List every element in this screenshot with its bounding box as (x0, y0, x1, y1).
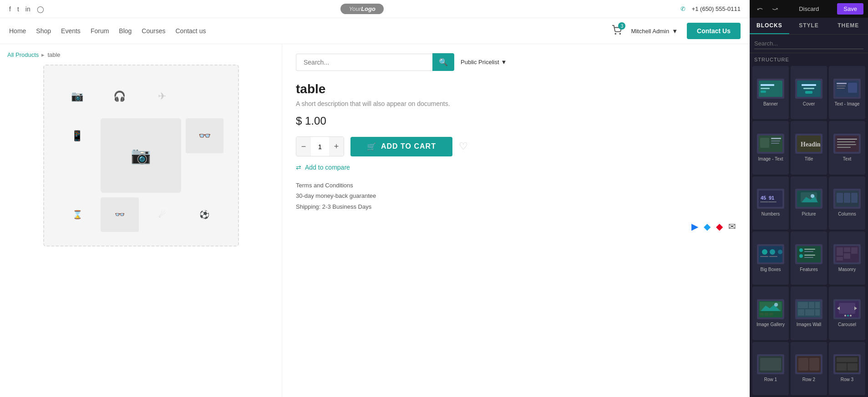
block-item-image-text[interactable]: Image - Text (752, 121, 789, 174)
nav-links: Home Shop Events Forum Blog Courses Cont… (9, 27, 603, 35)
share-pinterest-icon[interactable]: ◆ (716, 221, 723, 232)
tab-blocks[interactable]: BLOCKS (750, 18, 789, 34)
placeholder-image-icon: 📷 (101, 118, 181, 192)
block-item-features[interactable]: Features (791, 231, 827, 285)
discard-button[interactable]: Discard (795, 4, 822, 14)
block-thumb-image-text (757, 134, 784, 154)
breadcrumb-root[interactable]: All Products (7, 51, 39, 58)
nav-shop[interactable]: Shop (36, 27, 51, 35)
svg-rect-7 (802, 84, 816, 86)
pricelist-dropdown[interactable]: Public Pricelist ▼ (461, 59, 507, 65)
block-thumb-banner (757, 79, 784, 99)
block-item-picture[interactable]: Picture (791, 176, 827, 230)
block-item-masonry[interactable]: Masonry (829, 231, 865, 285)
add-to-cart-button[interactable]: 🛒 ADD TO CART (350, 137, 452, 156)
breadcrumb-current: table (47, 51, 60, 58)
terms-box: Terms and Conditions 30-day money-back g… (296, 180, 736, 212)
cart-area[interactable]: 3 (612, 25, 622, 37)
blocks-topbar-left: ⤺ ⤻ (754, 3, 781, 15)
block-item-row2[interactable]: Row 2 (791, 342, 827, 395)
block-item-bigboxes[interactable]: Big Boxes (752, 231, 789, 285)
qty-cart-row: − + 🛒 ADD TO CART ♡ (296, 136, 736, 156)
facebook-icon[interactable]: f (9, 5, 11, 13)
undo-button[interactable]: ⤺ (754, 3, 766, 15)
block-item-columns[interactable]: Columns (829, 176, 865, 230)
svg-point-78 (847, 315, 849, 317)
block-item-wall[interactable]: Images Wall (791, 286, 827, 340)
svg-rect-40 (759, 246, 782, 262)
block-item-cover[interactable]: Cover (791, 66, 827, 119)
svg-rect-57 (844, 253, 850, 259)
nav-events[interactable]: Events (61, 27, 81, 35)
svg-text:91: 91 (769, 195, 774, 201)
block-item-numbers[interactable]: 4591Numbers (752, 176, 789, 230)
svg-rect-38 (844, 193, 850, 203)
tab-theme[interactable]: THEME (828, 18, 868, 34)
block-thumb-title: Heading (795, 134, 822, 154)
compare-label: Add to compare (305, 164, 350, 171)
tab-style[interactable]: STYLE (789, 18, 829, 34)
block-item-text-image[interactable]: Text - Image (829, 66, 865, 119)
search-button[interactable]: 🔍 (432, 53, 454, 71)
user-area[interactable]: Mitchell Admin ▼ (631, 28, 678, 35)
phone-number: +1 (650) 555-0111 (692, 5, 741, 12)
nav-forum[interactable]: Forum (91, 27, 109, 35)
svg-rect-19 (771, 143, 779, 144)
instagram-icon[interactable]: ◯ (37, 5, 44, 13)
block-item-carousel[interactable]: Carousel (829, 286, 865, 340)
block-item-row1[interactable]: Row 1 (752, 342, 789, 395)
block-label-numbers: Numbers (761, 211, 780, 217)
placeholder-phone-icon: 📱 (58, 118, 96, 153)
block-item-text[interactable]: Text (829, 121, 865, 174)
nav-courses[interactable]: Courses (142, 27, 165, 35)
quantity-input[interactable] (311, 143, 329, 151)
placeholder-tshirt-icon: 👓 (186, 118, 223, 153)
svg-rect-84 (809, 358, 819, 371)
block-label-row2: Row 2 (802, 377, 815, 382)
svg-rect-17 (771, 138, 781, 139)
block-item-row3[interactable]: Row 3 (829, 342, 865, 395)
block-label-row1: Row 1 (764, 377, 777, 382)
share-email-icon[interactable]: ✉ (728, 221, 736, 232)
block-label-title: Title (805, 156, 813, 162)
svg-rect-16 (760, 138, 769, 148)
qty-decrease-button[interactable]: − (296, 137, 311, 156)
svg-rect-54 (837, 247, 843, 256)
search-input[interactable] (296, 54, 432, 71)
svg-rect-87 (837, 363, 847, 371)
cart-icon: 🛒 (367, 142, 376, 151)
nav-bar: Home Shop Events Forum Blog Courses Cont… (0, 18, 750, 44)
user-name: Mitchell Admin (631, 28, 669, 35)
block-thumb-gallery (757, 299, 784, 319)
blocks-search (750, 35, 868, 53)
contact-us-button[interactable]: Contact Us (687, 23, 741, 39)
wishlist-button[interactable]: ♡ (459, 141, 468, 152)
pricelist-label: Public Pricelist (461, 59, 499, 65)
money-back-line: 30-day money-back guarantee (296, 191, 736, 201)
placeholder-ball-icon: ⚽ (186, 197, 223, 232)
placeholder-bottle-icon: ☄ (143, 197, 181, 232)
nav-blog[interactable]: Blog (119, 27, 132, 35)
blocks-search-input[interactable] (754, 38, 863, 49)
logo-area[interactable]: YourLogo (340, 4, 384, 14)
save-button[interactable]: Save (837, 3, 863, 15)
svg-point-0 (615, 33, 616, 34)
linkedin-icon[interactable]: in (25, 5, 30, 13)
twitter-icon[interactable]: t (17, 5, 19, 13)
shipping-line: Shipping: 2-3 Business Days (296, 201, 736, 212)
add-to-compare[interactable]: ⇄ Add to compare (296, 164, 736, 171)
block-item-gallery[interactable]: Image Gallery (752, 286, 789, 340)
qty-increase-button[interactable]: + (329, 137, 344, 156)
share-facebook-icon[interactable]: ▶ (691, 221, 698, 232)
terms-line: Terms and Conditions (296, 180, 736, 191)
block-item-banner[interactable]: Banner (752, 66, 789, 119)
nav-home[interactable]: Home (9, 27, 26, 35)
breadcrumb: All Products ▸ table (7, 51, 274, 58)
block-item-title[interactable]: HeadingTitle (791, 121, 827, 174)
left-panel: All Products ▸ table 📷 🎧 ✈ 📱 📷 👓 ⌛ (0, 44, 282, 397)
nav-contact[interactable]: Contact us (176, 27, 206, 35)
redo-button[interactable]: ⤻ (769, 3, 781, 15)
right-panel: 🔍 Public Pricelist ▼ table A short descr… (282, 44, 750, 397)
share-twitter-icon[interactable]: ◆ (704, 221, 711, 232)
svg-rect-64 (765, 313, 768, 316)
